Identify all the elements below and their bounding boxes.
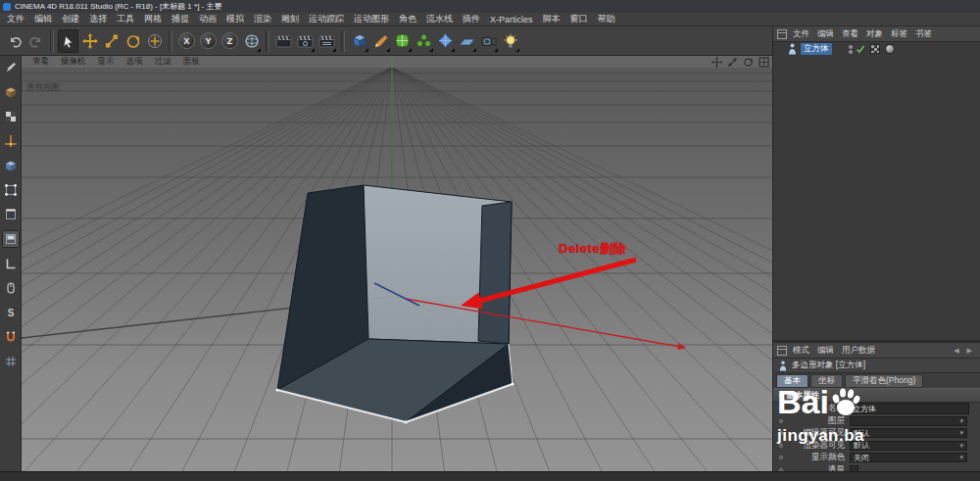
menu-simulate[interactable]: 模拟 — [221, 13, 249, 25]
vp-menu-display[interactable]: 显示 — [93, 56, 120, 68]
am-nav-forward-icon[interactable]: ▶ — [963, 347, 976, 355]
menu-window[interactable]: 窗口 — [565, 13, 593, 25]
live-selection-icon[interactable] — [58, 29, 78, 53]
render-view-icon[interactable] — [273, 29, 294, 53]
visibility-toggle-icons[interactable] — [849, 45, 853, 54]
om-menu-tags[interactable]: 标签 — [887, 28, 911, 40]
workplane-mode-icon[interactable] — [2, 255, 20, 272]
phong-tag-icon[interactable] — [885, 44, 895, 54]
coordinate-system-icon[interactable] — [241, 29, 262, 53]
scale-tool-icon[interactable] — [101, 29, 122, 53]
rotate-tool-icon[interactable] — [122, 29, 143, 53]
tab-basic[interactable]: 基本 — [776, 374, 808, 388]
undo-icon[interactable] — [4, 29, 24, 53]
keyframe-dot-icon[interactable] — [779, 431, 783, 435]
menu-script[interactable]: 脚本 — [538, 13, 565, 25]
am-menu-userdata[interactable]: 用户数据 — [838, 345, 879, 357]
menu-motion-tracker[interactable]: 运动跟踪 — [304, 13, 349, 25]
move-tool-icon[interactable] — [79, 29, 100, 53]
keyframe-dot-icon[interactable] — [779, 444, 783, 448]
panel-icon[interactable] — [777, 29, 787, 39]
am-menu-mode[interactable]: 模式 — [789, 345, 813, 357]
object-name[interactable]: 立方体 — [801, 43, 832, 55]
zoom-view-icon[interactable] — [727, 57, 738, 68]
am-nav-back-icon[interactable]: ◀ — [950, 347, 962, 355]
om-menu-object[interactable]: 对象 — [862, 28, 887, 40]
timeline-bar[interactable] — [0, 471, 980, 481]
om-menu-edit[interactable]: 编辑 — [813, 28, 838, 40]
am-menu-edit[interactable]: 编辑 — [813, 345, 838, 357]
light-icon[interactable] — [500, 29, 520, 53]
menu-render[interactable]: 渲染 — [249, 13, 276, 25]
menu-xparticles[interactable]: X-Particles — [485, 15, 538, 24]
menu-snap[interactable]: 捕捉 — [167, 13, 194, 25]
pan-view-icon[interactable] — [711, 57, 722, 68]
axis-mode-icon[interactable] — [2, 132, 20, 150]
last-tool-icon[interactable] — [144, 29, 165, 53]
menu-help[interactable]: 帮助 — [593, 13, 620, 25]
menu-select[interactable]: 选择 — [84, 13, 112, 25]
toggle-view-icon[interactable] — [759, 57, 769, 68]
keyframe-dot-icon[interactable] — [779, 407, 783, 410]
display-color-dropdown[interactable]: 关闭▾ — [850, 453, 967, 462]
menu-mesh[interactable]: 网格 — [139, 13, 167, 25]
vp-menu-filter[interactable]: 过滤 — [150, 56, 176, 68]
tab-coordinates[interactable]: 坐标 — [810, 374, 843, 388]
magnet-tool-icon[interactable] — [2, 328, 20, 346]
camera-icon[interactable] — [478, 29, 499, 53]
menu-tools[interactable]: 工具 — [112, 13, 139, 25]
x-axis-lock-icon[interactable]: X — [176, 29, 197, 53]
edges-mode-icon[interactable] — [2, 206, 20, 223]
viewport-solo-icon[interactable] — [2, 279, 20, 297]
vp-menu-view[interactable]: 查看 — [27, 56, 54, 68]
menu-edit[interactable]: 编辑 — [29, 13, 57, 25]
make-editable-icon[interactable] — [2, 59, 20, 76]
object-list[interactable]: 立方体 — [773, 42, 980, 340]
menu-pipeline[interactable]: 流水线 — [421, 13, 458, 25]
vp-menu-options[interactable]: 选项 — [122, 56, 148, 68]
keyframe-dot-icon[interactable] — [779, 419, 783, 423]
om-menu-file[interactable]: 文件 — [789, 28, 813, 40]
editor-visibility-dropdown[interactable]: 默认▾ — [850, 428, 967, 438]
quantize-grid-icon[interactable] — [2, 353, 20, 370]
menu-mograph[interactable]: 运动图形 — [349, 13, 394, 25]
render-visibility-dropdown[interactable]: 默认▾ — [850, 441, 967, 451]
object-mode-icon[interactable] — [2, 157, 20, 174]
menu-sculpt[interactable]: 雕刻 — [276, 13, 304, 25]
subdivision-surface-icon[interactable] — [392, 29, 413, 53]
floor-icon[interactable] — [457, 29, 477, 53]
texture-mode-icon[interactable] — [2, 108, 20, 125]
render-settings-icon[interactable] — [317, 29, 337, 53]
render-to-picture-viewer-icon[interactable] — [295, 29, 316, 53]
redo-icon[interactable] — [25, 29, 46, 53]
platonic-icon[interactable] — [435, 29, 456, 53]
vp-menu-camera[interactable]: 摄像机 — [56, 56, 91, 68]
om-menu-view[interactable]: 查看 — [838, 28, 862, 40]
spline-pen-icon[interactable] — [370, 29, 391, 53]
layer-dropdown[interactable]: ▾ — [850, 416, 967, 426]
object-row-cube[interactable]: 立方体 — [773, 42, 980, 56]
viewport-canvas[interactable]: 查看 摄像机 显示 选项 过滤 面板 透视视图 Delete删除 — [22, 56, 772, 471]
array-generator-icon[interactable] — [414, 29, 434, 53]
section-basic-properties[interactable]: ▾ 基本属性 — [773, 388, 980, 403]
section-collapse-icon[interactable]: ▾ — [779, 391, 783, 401]
menu-animate[interactable]: 动画 — [194, 13, 221, 25]
keyframe-dot-icon[interactable] — [779, 456, 783, 459]
menu-create[interactable]: 创建 — [57, 13, 84, 25]
points-mode-icon[interactable] — [2, 181, 20, 199]
name-field[interactable] — [850, 403, 969, 414]
z-axis-lock-icon[interactable]: Z — [220, 29, 240, 53]
menu-plugins[interactable]: 插件 — [458, 13, 485, 25]
menu-character[interactable]: 角色 — [394, 13, 421, 25]
rotate-view-icon[interactable] — [743, 57, 754, 68]
enable-check-icon[interactable] — [856, 44, 865, 54]
uvw-tag-icon[interactable] — [870, 44, 880, 54]
cube-primitive-icon[interactable] — [349, 29, 369, 53]
panel-icon[interactable] — [777, 346, 787, 356]
snap-icon[interactable]: S — [2, 304, 20, 321]
menu-file[interactable]: 文件 — [2, 13, 29, 25]
tab-phong[interactable]: 平滑着色(Phong) — [845, 374, 923, 388]
om-menu-bookmarks[interactable]: 书签 — [911, 28, 936, 40]
vp-menu-panel[interactable]: 面板 — [178, 56, 205, 68]
model-mode-icon[interactable] — [2, 83, 20, 101]
